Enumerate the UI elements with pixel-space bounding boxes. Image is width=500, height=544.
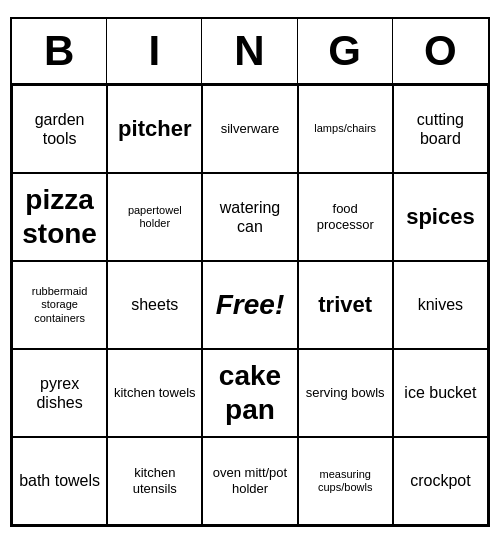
cell-text: cutting board <box>398 110 483 148</box>
cell-text: lamps/chairs <box>314 122 376 135</box>
bingo-cell: bath towels <box>12 437 107 525</box>
bingo-header: BINGO <box>12 19 488 85</box>
header-letter: B <box>12 19 107 83</box>
cell-text: kitchen utensils <box>112 465 197 496</box>
cell-text: kitchen towels <box>114 385 196 401</box>
bingo-cell: food processor <box>298 173 393 261</box>
bingo-cell: pizza stone <box>12 173 107 261</box>
bingo-cell: lamps/chairs <box>298 85 393 173</box>
cell-text: spices <box>406 204 475 230</box>
cell-text: papertowel holder <box>112 204 197 230</box>
bingo-grid: garden toolspitchersilverwarelamps/chair… <box>12 85 488 525</box>
cell-text: pitcher <box>118 116 191 142</box>
bingo-cell: papertowel holder <box>107 173 202 261</box>
cell-text: knives <box>418 295 463 314</box>
bingo-cell: crockpot <box>393 437 488 525</box>
bingo-cell: garden tools <box>12 85 107 173</box>
header-letter: N <box>202 19 297 83</box>
bingo-cell: trivet <box>298 261 393 349</box>
header-letter: I <box>107 19 202 83</box>
cell-text: bath towels <box>19 471 100 490</box>
cell-text: pizza stone <box>17 183 102 250</box>
bingo-cell: silverware <box>202 85 297 173</box>
bingo-cell: measuring cups/bowls <box>298 437 393 525</box>
cell-text: garden tools <box>17 110 102 148</box>
cell-text: watering can <box>207 198 292 236</box>
bingo-cell: kitchen utensils <box>107 437 202 525</box>
bingo-cell: knives <box>393 261 488 349</box>
cell-text: sheets <box>131 295 178 314</box>
bingo-cell: watering can <box>202 173 297 261</box>
bingo-cell: spices <box>393 173 488 261</box>
cell-text: measuring cups/bowls <box>303 468 388 494</box>
cell-text: oven mitt/pot holder <box>207 465 292 496</box>
cell-text: serving bowls <box>306 385 385 401</box>
bingo-card: BINGO garden toolspitchersilverwarelamps… <box>10 17 490 527</box>
bingo-cell: cake pan <box>202 349 297 437</box>
bingo-cell: kitchen towels <box>107 349 202 437</box>
cell-text: pyrex dishes <box>17 374 102 412</box>
bingo-cell: Free! <box>202 261 297 349</box>
cell-text: crockpot <box>410 471 470 490</box>
bingo-cell: cutting board <box>393 85 488 173</box>
cell-text: food processor <box>303 201 388 232</box>
cell-text: trivet <box>318 292 372 318</box>
bingo-cell: rubbermaid storage containers <box>12 261 107 349</box>
bingo-cell: serving bowls <box>298 349 393 437</box>
cell-text: silverware <box>221 121 280 137</box>
cell-text: ice bucket <box>404 383 476 402</box>
bingo-cell: pyrex dishes <box>12 349 107 437</box>
bingo-cell: oven mitt/pot holder <box>202 437 297 525</box>
cell-text: rubbermaid storage containers <box>17 285 102 325</box>
header-letter: O <box>393 19 488 83</box>
bingo-cell: ice bucket <box>393 349 488 437</box>
header-letter: G <box>298 19 393 83</box>
bingo-cell: sheets <box>107 261 202 349</box>
cell-text: Free! <box>216 288 284 322</box>
cell-text: cake pan <box>207 359 292 426</box>
bingo-cell: pitcher <box>107 85 202 173</box>
